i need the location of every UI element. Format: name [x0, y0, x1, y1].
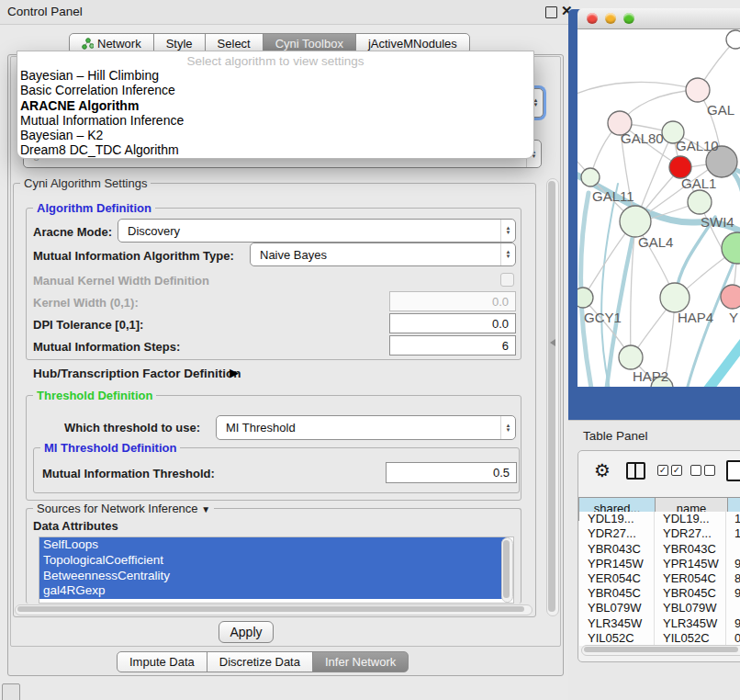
network-window: GALGAL80GAL10GAL11GAL1GAL4SWI4GCY1HAP4YH… [577, 8, 740, 387]
network-node[interactable] [721, 285, 740, 309]
table-panel-title: Table Panel [583, 429, 648, 443]
network-edge [584, 299, 629, 355]
dropdown-item[interactable]: Mutual Information Inference [17, 113, 533, 128]
settings-hscrollbar[interactable] [15, 604, 533, 615]
docked-window-icon[interactable] [2, 683, 20, 700]
network-node-label: GAL1 [681, 175, 716, 191]
table-row[interactable]: YBR045CYBR045C9. [579, 586, 740, 601]
network-node[interactable] [620, 206, 651, 237]
network-node[interactable] [581, 168, 600, 186]
which-threshold-label: Which threshold to use: [64, 421, 200, 435]
network-node-label: GAL80 [621, 130, 664, 146]
network-node-label: GAL4 [638, 234, 673, 250]
table-row[interactable]: YBL079WYBL079W [579, 601, 740, 615]
table-hscrollbar[interactable] [581, 645, 740, 656]
apply-button[interactable]: Apply [219, 621, 274, 643]
table-row[interactable]: YLR345WYLR345W9. [579, 616, 740, 631]
dropdown-item[interactable]: Dream8 DC_TDC Algorithm [17, 142, 533, 157]
settings-group-title: Cyni Algorithm Settings [20, 176, 151, 190]
table-row[interactable]: YDR27...YDR27...12 [579, 526, 740, 541]
sources-group-title[interactable]: Sources for Network Inference ▼ [33, 502, 214, 515]
tab-infer-network[interactable]: Infer Network [312, 651, 409, 672]
gear-icon[interactable]: ⚙ [594, 459, 611, 481]
data-attributes-label: Data Attributes [33, 519, 118, 533]
attribute-list-item[interactable]: BetweennessCentrality [39, 569, 507, 584]
checked-checkbox-icon[interactable]: ✓ [671, 465, 682, 476]
table-row[interactable]: YIL052CYIL052C0. [579, 631, 740, 646]
dropdown-item[interactable]: Bayesian – Hill Climbing [17, 68, 533, 83]
minimize-traffic-light-icon[interactable] [605, 13, 616, 24]
network-node-label: SWI4 [701, 214, 734, 230]
network-node-label: GAL [707, 102, 734, 118]
float-window-icon[interactable] [545, 6, 557, 18]
network-node[interactable] [686, 78, 710, 102]
table-row[interactable]: YPR145WYPR145W9. [579, 557, 740, 571]
aracne-mode-label: Aracne Mode: [33, 225, 112, 239]
attribute-list-item[interactable]: SelfLoops [39, 537, 507, 553]
network-node[interactable] [577, 288, 593, 308]
network-canvas[interactable]: GALGAL80GAL10GAL11GAL1GAL4SWI4GCY1HAP4YH… [577, 29, 740, 387]
dropdown-item[interactable]: Basic Correlation Inference [17, 83, 533, 97]
network-node[interactable] [722, 232, 740, 264]
mi-steps-input[interactable]: 6 [389, 335, 516, 356]
cyni-mode-tabs: Impute DataDiscretize DataInfer Network [117, 651, 409, 672]
unchecked-checkbox-icon[interactable] [690, 465, 701, 476]
network-node[interactable] [688, 190, 712, 214]
manual-kernel-label: Manual Kernel Width Definition [33, 274, 209, 288]
network-node[interactable] [660, 283, 690, 312]
attribute-list-item[interactable]: gal4RGexp [39, 583, 507, 599]
close-traffic-light-icon[interactable] [587, 13, 598, 24]
network-edge [620, 90, 698, 123]
table-row[interactable]: YDL19...YDL19...13 [579, 512, 740, 526]
new-table-icon[interactable] [726, 460, 740, 481]
combo-stepper-icon: ▲▼ [500, 243, 515, 265]
hub-section-label[interactable]: Hub/Transcription Factor Definition [33, 367, 241, 380]
network-node[interactable] [619, 345, 643, 369]
dpi-tolerance-input[interactable]: 0.0 [389, 313, 516, 333]
algorithm-dropdown-popup: Select algorithm to view settings Bayesi… [17, 51, 534, 159]
dropdown-item[interactable]: Bayesian – K2 [17, 128, 533, 142]
network-edge [702, 329, 740, 387]
algorithm-definition-title: Algorithm Definition [33, 201, 155, 215]
zoom-traffic-light-icon[interactable] [623, 13, 634, 24]
network-node[interactable] [726, 30, 740, 49]
network-node-label: GCY1 [584, 310, 622, 325]
network-window-titlebar [577, 8, 740, 29]
table-row[interactable]: YER054CYER054C8. [579, 571, 740, 586]
collapse-arrow-icon[interactable]: ▼ [201, 504, 210, 514]
dropdown-item-list: Bayesian – Hill ClimbingBasic Correlatio… [17, 68, 533, 158]
tab-impute-data[interactable]: Impute Data [117, 651, 207, 672]
checked-checkbox-icon[interactable]: ✓ [657, 465, 668, 476]
data-attributes-list[interactable]: SelfLoopsTopologicalCoefficientBetweenne… [39, 536, 514, 604]
network-node-label: HAP2 [633, 368, 668, 384]
unchecked-checkbox-icon[interactable] [704, 465, 715, 476]
app-screen: Control Panel ✕ NetworkStyleSelectCyni T… [0, 0, 740, 700]
kernel-width-input[interactable]: 0.0 [389, 291, 516, 311]
table-body: YDL19...YDL19...13YDR27...YDR27...12YBR0… [579, 512, 740, 646]
mi-threshold-input[interactable]: 0.5 [386, 462, 517, 483]
expand-arrow-icon[interactable]: ▶ [230, 366, 239, 379]
splitter-collapse-icon[interactable] [550, 339, 555, 346]
dropdown-prompt: Select algorithm to view settings [17, 51, 533, 68]
dropdown-item[interactable]: ARACNE Algorithm [17, 98, 533, 113]
column-layout-icon[interactable] [626, 462, 645, 480]
manual-kernel-checkbox[interactable] [500, 273, 514, 287]
network-edge [577, 82, 698, 96]
which-threshold-combo[interactable]: MI Threshold ▲▼ [216, 415, 516, 440]
node-table: shared...name YDL19...YDL19...13YDR27...… [579, 497, 740, 646]
table-header-row: shared...name [579, 497, 740, 512]
combo-stepper-icon: ▲▼ [500, 220, 515, 242]
threshold-definition-title: Threshold Definition [33, 389, 156, 402]
list-scrollbar[interactable] [501, 537, 513, 603]
mi-type-combo[interactable]: Naive Bayes ▲▼ [250, 243, 516, 266]
aracne-mode-combo[interactable]: Discovery ▲▼ [118, 219, 516, 243]
network-node-label: Y [729, 310, 738, 325]
settings-vscrollbar[interactable] [546, 178, 559, 616]
attribute-list-item[interactable]: TopologicalCoefficient [39, 553, 507, 569]
tab-discretize-data[interactable]: Discretize Data [207, 651, 313, 672]
network-icon [82, 38, 94, 50]
combo-stepper-icon: ▲▼ [500, 416, 515, 439]
table-row[interactable]: YBR043CYBR043C [579, 542, 740, 557]
control-panel-title: Control Panel [7, 5, 83, 18]
mi-type-label: Mutual Information Algorithm Type: [33, 249, 234, 263]
